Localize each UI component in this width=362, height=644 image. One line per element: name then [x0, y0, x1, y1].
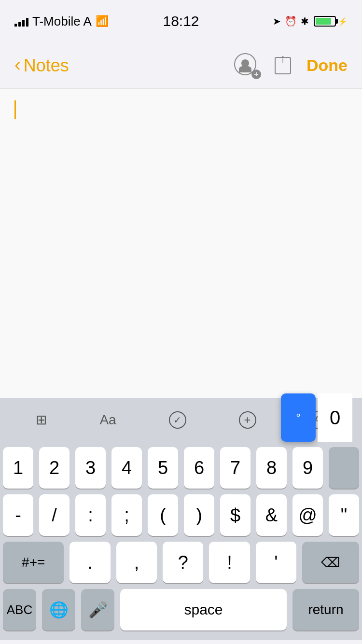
format-text-icon: Aa: [99, 412, 116, 428]
add-media-button[interactable]: +: [234, 406, 261, 434]
location-icon: ➤: [273, 15, 281, 27]
keyboard-row-symbols: - / : ; ( ) $ & @ ": [3, 494, 359, 536]
popup-degree-key[interactable]: °: [281, 393, 316, 442]
format-text-button[interactable]: Aa: [95, 407, 121, 433]
popup-zero-key[interactable]: 0: [318, 393, 352, 442]
bluetooth-icon: ✱: [301, 15, 309, 27]
key-9[interactable]: 9: [292, 447, 323, 489]
popup-zero-label: 0: [330, 407, 340, 429]
share-box-icon: ↑: [275, 57, 291, 74]
checklist-button[interactable]: ✓: [164, 406, 191, 434]
key-open-paren[interactable]: (: [148, 494, 178, 536]
key-quote[interactable]: ": [329, 494, 359, 536]
key-return-button[interactable]: return: [292, 589, 359, 630]
key-semicolon[interactable]: ;: [111, 494, 142, 536]
key-mic-button[interactable]: 🎤: [81, 589, 114, 630]
key-comma[interactable]: ,: [116, 542, 157, 583]
key-question[interactable]: ?: [163, 542, 203, 583]
status-time: 18:12: [163, 13, 199, 29]
key-period[interactable]: .: [70, 542, 110, 583]
text-cursor: [14, 100, 16, 119]
status-bar: T-Mobile A 📶 18:12 ➤ ⏰ ✱ ⚡: [0, 0, 362, 42]
key-exclaim[interactable]: !: [209, 542, 250, 583]
key-globe-button[interactable]: 🌐: [42, 589, 75, 630]
status-right: ➤ ⏰ ✱ ⚡: [273, 15, 348, 27]
key-slash[interactable]: /: [39, 494, 70, 536]
signal-bars: [14, 16, 28, 27]
number-popup: ° 0: [281, 393, 352, 442]
status-left: T-Mobile A 📶: [14, 14, 109, 29]
key-6[interactable]: 6: [184, 447, 214, 489]
charging-icon: ⚡: [338, 17, 348, 26]
table-icon: ⊞: [36, 412, 47, 428]
battery-fill: [316, 18, 331, 25]
key-abc-button[interactable]: ABC: [3, 589, 36, 630]
key-2[interactable]: 2: [39, 447, 70, 489]
key-5[interactable]: 5: [148, 447, 178, 489]
key-dash[interactable]: -: [3, 494, 33, 536]
wifi-icon: 📶: [96, 15, 109, 28]
key-8[interactable]: 8: [256, 447, 287, 489]
done-button[interactable]: Done: [306, 56, 348, 75]
key-hashplus-button[interactable]: #+=: [3, 542, 64, 583]
popup-degree-symbol: °: [296, 411, 301, 424]
keyboard: 1 2 3 4 5 6 7 8 9 - / : ; ( ) $ & @ " #+…: [0, 441, 362, 640]
key-7[interactable]: 7: [220, 447, 251, 489]
back-label: Notes: [24, 56, 69, 76]
keyboard-row-numbers: 1 2 3 4 5 6 7 8 9: [3, 447, 359, 489]
key-apostrophe[interactable]: ': [256, 542, 296, 583]
table-button[interactable]: ⊞: [31, 407, 52, 433]
status-icons: ➤ ⏰ ✱: [273, 15, 309, 27]
keyboard-row-more-symbols: #+= . , ? ! ' ⌫: [3, 542, 359, 583]
battery-indicator: [314, 16, 336, 27]
nav-bar: ‹ Notes + ↑ Done: [0, 42, 362, 89]
key-delete[interactable]: ⌫: [302, 542, 359, 583]
key-colon[interactable]: :: [75, 494, 106, 536]
plus-badge-icon: +: [251, 70, 261, 79]
key-4[interactable]: 4: [111, 447, 142, 489]
person-body: [239, 66, 251, 72]
add-media-icon: +: [239, 411, 256, 429]
battery: ⚡: [314, 16, 348, 27]
note-content-area[interactable]: [0, 89, 362, 398]
key-3[interactable]: 3: [75, 447, 106, 489]
nav-right-buttons: + ↑ Done: [234, 53, 348, 78]
key-close-paren[interactable]: ): [184, 494, 214, 536]
checklist-icon: ✓: [169, 411, 186, 429]
formatting-toolbar: ⊞ Aa ✓ + A ° 0: [0, 398, 362, 441]
back-chevron-icon: ‹: [14, 55, 21, 75]
key-1[interactable]: 1: [3, 447, 33, 489]
key-blank: [329, 447, 359, 489]
key-at[interactable]: @: [292, 494, 323, 536]
back-button[interactable]: ‹ Notes: [14, 56, 69, 76]
key-space-button[interactable]: space: [120, 589, 287, 630]
delete-icon: ⌫: [321, 555, 340, 571]
keyboard-row-bottom: ABC 🌐 🎤 space return: [3, 589, 359, 630]
key-ampersand[interactable]: &: [256, 494, 287, 536]
add-person-button[interactable]: +: [234, 53, 259, 78]
alarm-icon: ⏰: [285, 15, 297, 27]
key-dollar[interactable]: $: [220, 494, 251, 536]
carrier-text: T-Mobile A: [32, 14, 92, 29]
share-arrow-icon: ↑: [280, 51, 286, 66]
share-button[interactable]: ↑: [275, 57, 291, 74]
